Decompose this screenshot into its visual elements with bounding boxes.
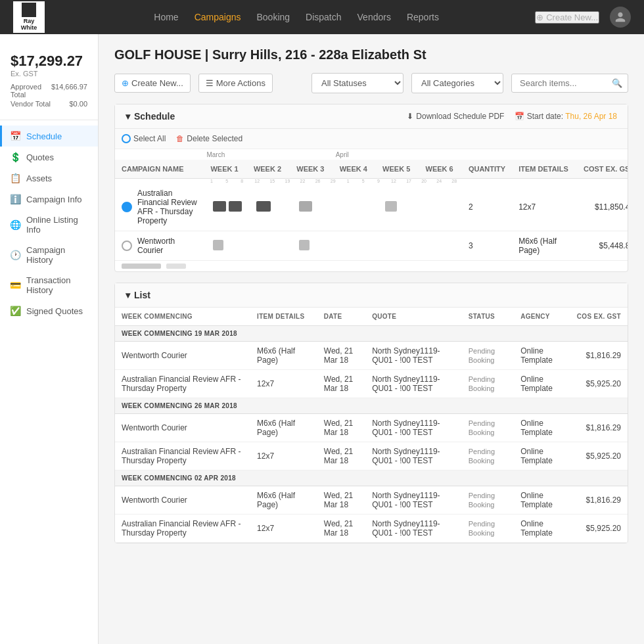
approved-total-row: Approved Total $14,666.97 bbox=[11, 83, 87, 99]
schedule-col-headers: CAMPAIGN NAME WEEK 1 WEEK 2 WEEK 3 WEEK … bbox=[115, 160, 628, 179]
campaign-history-icon: 🕐 bbox=[10, 250, 21, 260]
list-cell-cost: $5,925.20 bbox=[570, 442, 628, 471]
date-cells: 1 5 8 12 15 19 22 26 29 bbox=[204, 179, 461, 183]
list-cell-agency: Online Template bbox=[514, 414, 570, 442]
list-collapse-icon[interactable]: ▾ bbox=[126, 290, 130, 300]
collapse-icon[interactable]: ▾ bbox=[126, 111, 130, 122]
schedule-table-container: March April CAMPAIGN NAME WEEK 1 bbox=[115, 149, 628, 271]
list-cell-date: Wed, 21 Mar 18 bbox=[317, 515, 365, 543]
search-input[interactable] bbox=[517, 74, 609, 92]
schedule-action-bar: Select All 🗑 Delete Selected bbox=[115, 129, 628, 149]
list-cell-agency: Online Template bbox=[514, 370, 570, 398]
list-cell-quote: North Sydney1119-QU01 - !00 TEST bbox=[365, 486, 462, 515]
status-filter[interactable]: All Statuses bbox=[311, 73, 403, 93]
list-col-item: ITEM DETAILS bbox=[250, 308, 317, 326]
table-row: Australian Financial Review AFR - Thursd… bbox=[115, 183, 628, 231]
list-col-quote: QUOTE bbox=[365, 308, 462, 326]
list-cell-status: Pending Booking bbox=[462, 515, 514, 543]
col-week4: WEEK 4 bbox=[333, 160, 376, 179]
sidebar-item-transaction-history[interactable]: 💳 Transaction History bbox=[0, 270, 98, 300]
sidebar-item-campaign-history[interactable]: 🕐 Campaign History bbox=[0, 240, 98, 270]
sidebar-item-campaign-info[interactable]: ℹ️ Campaign Info bbox=[0, 189, 98, 210]
nav-right: ⊕ Create New... bbox=[535, 7, 631, 28]
nav-vendors[interactable]: Vendors bbox=[357, 12, 391, 22]
nav-dispatch[interactable]: Dispatch bbox=[306, 12, 341, 22]
sidebar-item-assets[interactable]: 📋 Assets bbox=[0, 168, 98, 189]
create-new-button[interactable]: ⊕ Create New... bbox=[535, 11, 599, 24]
week-label: WEEK COMMENCING 02 APR 2018 bbox=[115, 471, 628, 486]
row-cost-wc: $5,448.87 bbox=[576, 231, 628, 261]
row-cost-afr: $11,850.40 bbox=[576, 183, 628, 231]
row-qty-wc: 3 bbox=[462, 231, 512, 261]
list-cell-date: Wed, 21 Mar 18 bbox=[317, 442, 365, 471]
list-cell-cost: $1,816.29 bbox=[570, 486, 628, 515]
logo: RayWhite bbox=[13, 1, 45, 33]
row-item-wc: M6x6 (Half Page) bbox=[512, 231, 576, 261]
week5-bar-afr bbox=[376, 183, 419, 231]
download-pdf-btn[interactable]: ⬇ Download Schedule PDF bbox=[407, 112, 504, 121]
row-radio-wc[interactable] bbox=[122, 241, 132, 251]
list-item: Australian Financial Review AFR - Thursd… bbox=[115, 370, 628, 398]
top-navigation: RayWhite Home Campaigns Booking Dispatch… bbox=[0, 0, 644, 34]
list-section: ▾ List WEEK COMMENCING ITEM DETAILS DATE… bbox=[114, 283, 628, 543]
list-cell-cost: $5,925.20 bbox=[570, 370, 628, 398]
total-amount: $17,299.27 bbox=[11, 53, 87, 70]
more-actions-btn[interactable]: ☰ More Actions bbox=[198, 74, 273, 93]
nav-home[interactable]: Home bbox=[154, 12, 178, 22]
nav-booking[interactable]: Booking bbox=[256, 12, 290, 22]
week6-bar-afr bbox=[419, 183, 462, 231]
month-march: March bbox=[204, 149, 333, 160]
schedule-actions: ⬇ Download Schedule PDF 📅 Start date: Th… bbox=[407, 112, 617, 121]
summary-row bbox=[115, 261, 628, 272]
col-week3: WEEK 3 bbox=[290, 160, 333, 179]
total-label: Ex. GST bbox=[11, 70, 87, 78]
list-cell-status: Pending Booking bbox=[462, 414, 514, 442]
menu-icon: ☰ bbox=[206, 78, 214, 88]
page-title: GOLF HOUSE | Surry Hills, 216 - 228a Eli… bbox=[114, 47, 628, 62]
row-item-afr: 12x7 bbox=[512, 183, 576, 231]
list-cell-date: Wed, 21 Mar 18 bbox=[317, 370, 365, 398]
category-filter[interactable]: All Categories bbox=[411, 73, 503, 93]
col-item-details: ITEM DETAILS bbox=[512, 160, 576, 179]
list-cell-item: 12x7 bbox=[250, 515, 317, 543]
create-plus-icon: ⊕ bbox=[122, 78, 129, 88]
week-label: WEEK COMMENCING 26 MAR 2018 bbox=[115, 398, 628, 414]
list-col-status: STATUS bbox=[462, 308, 514, 326]
delete-selected-btn[interactable]: 🗑 Delete Selected bbox=[176, 134, 242, 143]
nav-links: Home Campaigns Booking Dispatch Vendors … bbox=[58, 12, 535, 22]
list-item: Australian Financial Review AFR - Thursd… bbox=[115, 442, 628, 471]
col-cost: COST EX. GST bbox=[576, 160, 628, 179]
nav-reports[interactable]: Reports bbox=[407, 12, 439, 22]
sidebar-item-online-listing[interactable]: 🌐 Online Listing Info bbox=[0, 210, 98, 240]
col-quantity: QUANTITY bbox=[462, 160, 512, 179]
col-week1: WEEK 1 bbox=[204, 160, 246, 179]
sidebar-item-quotes[interactable]: 💲 Quotes bbox=[0, 147, 98, 168]
list-cell-cost: $1,816.29 bbox=[570, 342, 628, 370]
list-cell-agency: Online Template bbox=[514, 486, 570, 515]
nav-campaigns[interactable]: Campaigns bbox=[195, 12, 241, 22]
quotes-icon: 💲 bbox=[10, 152, 21, 162]
week2-bar-afr bbox=[247, 183, 290, 231]
list-cell-quote: North Sydney1119-QU01 - !00 TEST bbox=[365, 414, 462, 442]
list-col-agency: AGENCY bbox=[514, 308, 570, 326]
create-new-btn[interactable]: ⊕ Create New... bbox=[114, 74, 191, 93]
list-cell-date: Wed, 21 Mar 18 bbox=[317, 486, 365, 515]
row-name-cell-wc: Wentworth Courier bbox=[115, 231, 204, 261]
week-group-header: WEEK COMMENCING 02 APR 2018 bbox=[115, 471, 628, 486]
calendar-icon: 📅 bbox=[515, 112, 524, 121]
list-cell-status: Pending Booking bbox=[462, 486, 514, 515]
transaction-icon: 💳 bbox=[10, 280, 21, 290]
list-cell-status: Pending Booking bbox=[462, 442, 514, 471]
list-body: WEEK COMMENCING 19 MAR 2018 Wentworth Co… bbox=[115, 326, 628, 543]
sidebar-item-signed-quotes[interactable]: ✅ Signed Quotes bbox=[0, 300, 98, 321]
row-radio-afr[interactable] bbox=[122, 202, 132, 212]
date-numbers-row: 1 5 8 12 15 19 22 26 29 bbox=[115, 179, 628, 184]
avatar[interactable] bbox=[610, 7, 631, 28]
select-all-btn[interactable]: Select All bbox=[122, 134, 166, 143]
list-table: WEEK COMMENCING ITEM DETAILS DATE QUOTE … bbox=[115, 308, 628, 543]
list-col-headers: WEEK COMMENCING ITEM DETAILS DATE QUOTE … bbox=[115, 308, 628, 326]
week1-bar-wc bbox=[204, 231, 246, 261]
sidebar-item-schedule[interactable]: 📅 Schedule bbox=[0, 126, 98, 147]
col-week5: WEEK 5 bbox=[376, 160, 419, 179]
list-cell-item: M6x6 (Half Page) bbox=[250, 414, 317, 442]
